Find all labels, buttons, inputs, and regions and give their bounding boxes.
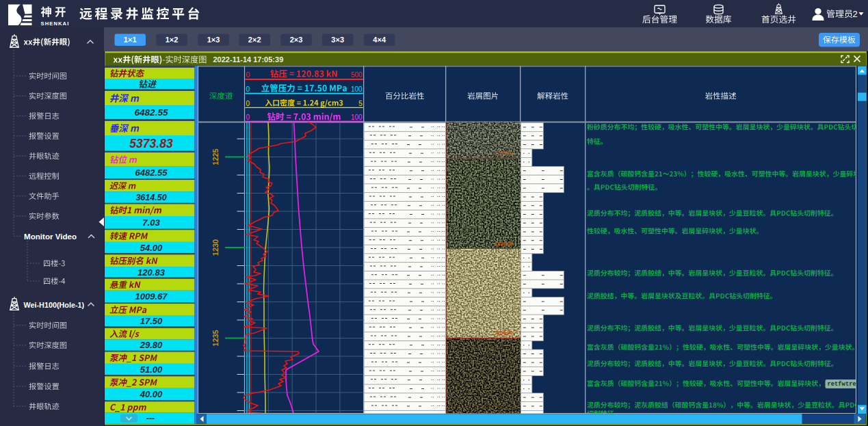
svg-text:0: 0 [246,71,250,79]
svg-text:1225.00: 1225.00 [495,150,513,156]
svg-text:17.50: 17.50 [140,316,163,326]
svg-text:1×2: 1×2 [166,36,179,44]
svg-text:5: 5 [358,100,363,107]
svg-text:2022-11-14 17:05:39: 2022-11-14 17:05:39 [213,55,284,64]
svg-text:6482.55: 6482.55 [135,107,168,118]
svg-text:1235.00: 1235.00 [495,330,513,336]
svg-text:3614.50: 3614.50 [135,193,166,202]
svg-text:0: 0 [246,114,250,121]
svg-text:6482.55: 6482.55 [135,168,168,178]
svg-text:51.00: 51.00 [140,364,163,375]
svg-text:500: 500 [351,71,363,79]
svg-text:1×1: 1×1 [124,36,137,44]
svg-text:7.03: 7.03 [142,217,160,228]
svg-text:2×3: 2×3 [290,36,303,44]
svg-text:5373.83: 5373.83 [129,137,173,150]
svg-text:0: 0 [246,85,250,93]
svg-text:4×4: 4×4 [373,36,386,44]
svg-text:3×3: 3×3 [331,36,344,44]
svg-text:0: 0 [246,100,250,107]
svg-text:1×3: 1×3 [207,36,220,44]
svg-text:Wei-H100(Hole-1): Wei-H100(Hole-1) [24,301,85,309]
svg-text:Monitor Video: Monitor Video [24,232,77,241]
svg-text:1009.67: 1009.67 [135,291,168,302]
svg-text:---: --- [146,414,155,423]
svg-text:1235: 1235 [211,330,220,346]
svg-text:2: 2 [853,9,858,19]
svg-text:retfwtrey: retfwtrey [828,381,860,388]
svg-text:29.80: 29.80 [140,340,163,350]
svg-text:54.00: 54.00 [140,243,163,253]
svg-text:1230: 1230 [211,239,220,256]
svg-text:SHENKAI: SHENKAI [41,21,70,27]
svg-text:100: 100 [351,85,363,93]
svg-text:100: 100 [351,114,363,121]
svg-text:1225: 1225 [211,148,220,165]
svg-text:2×2: 2×2 [248,36,261,44]
svg-text:1230.00: 1230.00 [495,241,513,247]
svg-text:40.00: 40.00 [140,389,163,399]
svg-text:120.83: 120.83 [137,267,166,278]
